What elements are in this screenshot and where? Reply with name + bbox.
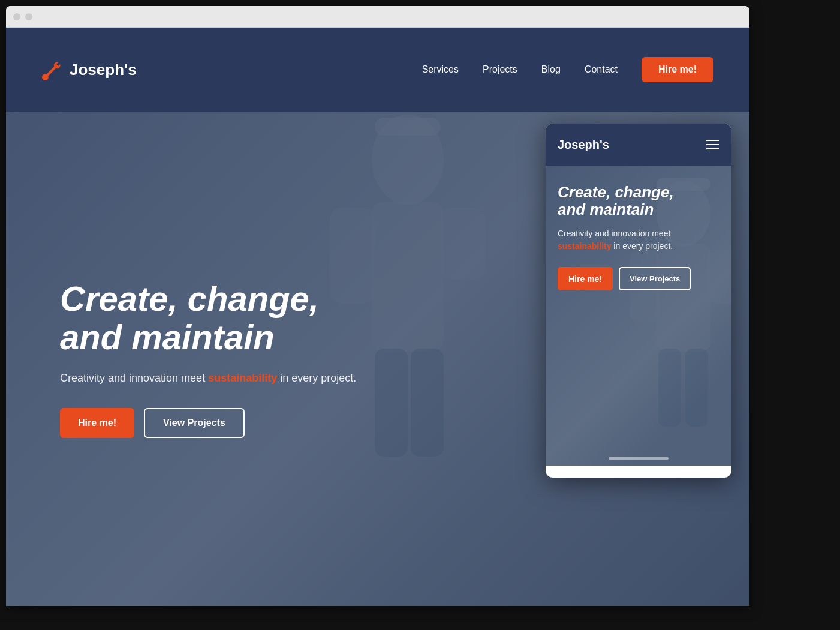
logo-text: Joseph's bbox=[70, 61, 137, 79]
site-wrapper: Joseph's Services Projects Blog Contact … bbox=[6, 28, 749, 606]
hire-me-button-nav[interactable]: Hire me! bbox=[642, 57, 713, 82]
mobile-hire-me-button[interactable]: Hire me! bbox=[558, 267, 613, 290]
site-header: Joseph's Services Projects Blog Contact … bbox=[6, 28, 749, 112]
mobile-view-projects-button[interactable]: View Projects bbox=[619, 267, 691, 290]
hero-content: Create, change, and maintain Creativity … bbox=[6, 280, 356, 439]
browser-titlebar bbox=[6, 6, 749, 28]
mobile-hero-content: Create, change, and maintain Creativity … bbox=[546, 166, 731, 302]
nav-contact[interactable]: Contact bbox=[585, 64, 618, 74]
hero-subtitle: Creativity and innovation meet sustainab… bbox=[60, 370, 356, 386]
mobile-bottom-bar bbox=[609, 457, 669, 460]
view-projects-button-hero[interactable]: View Projects bbox=[144, 408, 245, 438]
hero-highlight: sustainability bbox=[208, 372, 277, 384]
hero-section: Create, change, and maintain Creativity … bbox=[6, 112, 749, 606]
nav-services[interactable]: Services bbox=[422, 64, 459, 74]
nav-projects[interactable]: Projects bbox=[483, 64, 517, 74]
hire-me-button-hero[interactable]: Hire me! bbox=[60, 408, 134, 438]
main-nav: Services Projects Blog Contact Hire me! bbox=[422, 57, 713, 82]
browser-minimize-btn[interactable] bbox=[25, 13, 32, 20]
browser-window: Joseph's Services Projects Blog Contact … bbox=[6, 6, 749, 606]
browser-close-btn[interactable] bbox=[13, 13, 20, 20]
mobile-logo-text: Joseph's bbox=[558, 138, 609, 152]
mobile-mockup: Joseph's bbox=[546, 124, 731, 478]
logo-area: Joseph's bbox=[42, 59, 137, 80]
hamburger-icon[interactable] bbox=[706, 140, 719, 149]
wrench-icon bbox=[42, 59, 64, 80]
mobile-hero-highlight: sustainability bbox=[558, 241, 611, 251]
mobile-hero: Create, change, and maintain Creativity … bbox=[546, 166, 731, 466]
mobile-hero-subtitle: Creativity and innovation meet sustainab… bbox=[558, 227, 719, 253]
mobile-header: Joseph's bbox=[546, 124, 731, 166]
hero-buttons: Hire me! View Projects bbox=[60, 408, 356, 438]
svg-point-0 bbox=[44, 76, 47, 79]
mobile-buttons: Hire me! View Projects bbox=[558, 267, 719, 290]
hero-title: Create, change, and maintain bbox=[60, 280, 356, 356]
nav-blog[interactable]: Blog bbox=[541, 64, 561, 74]
mobile-hero-title: Create, change, and maintain bbox=[558, 184, 719, 218]
